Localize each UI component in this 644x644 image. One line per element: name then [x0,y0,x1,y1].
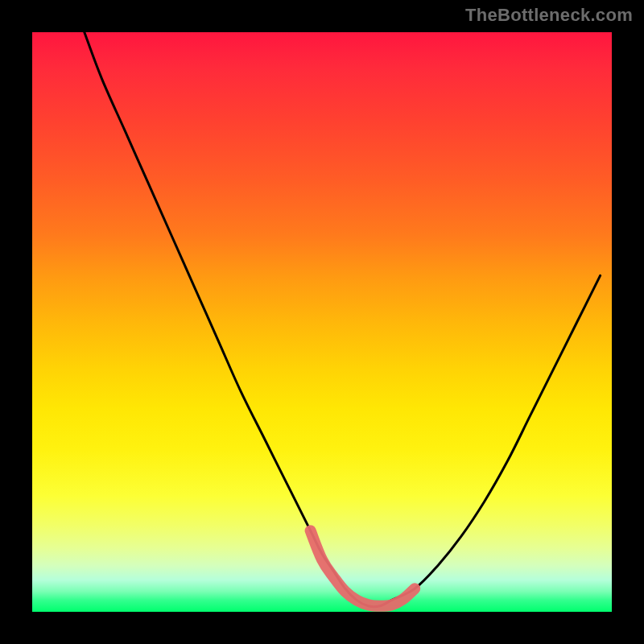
chart-frame: TheBottleneck.com [0,0,644,644]
watermark: TheBottleneck.com [465,5,633,26]
bottleneck-curve-path [85,32,601,607]
curve-layer [32,32,612,612]
plot-area [32,32,612,612]
optimal-region-path [311,530,415,606]
